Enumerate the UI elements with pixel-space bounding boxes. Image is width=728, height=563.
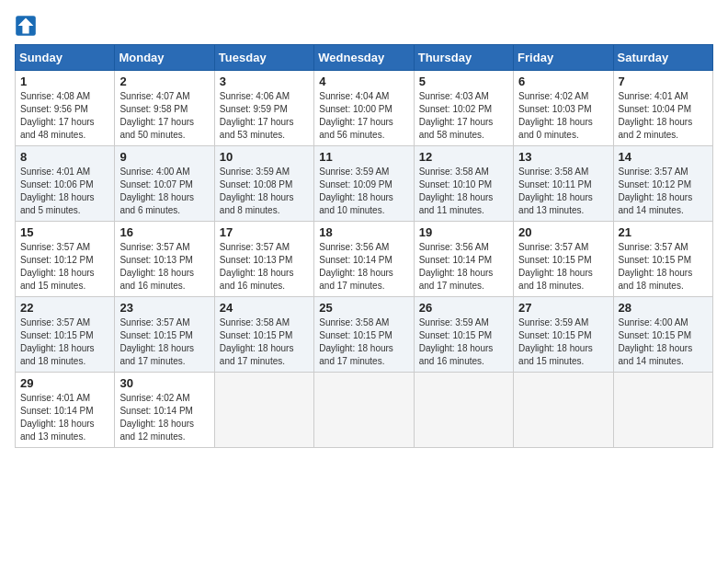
day-number: 28 <box>619 301 708 315</box>
day-number: 14 <box>619 150 708 164</box>
calendar-cell: 4 Sunrise: 4:04 AM Sunset: 10:00 PM Dayl… <box>314 71 414 146</box>
calendar-cell <box>414 373 513 448</box>
calendar-cell: 15 Sunrise: 3:57 AM Sunset: 10:12 PM Day… <box>16 222 115 297</box>
calendar-cell: 17 Sunrise: 3:57 AM Sunset: 10:13 PM Day… <box>214 222 313 297</box>
day-number: 22 <box>20 301 109 315</box>
calendar-table: SundayMondayTuesdayWednesdayThursdayFrid… <box>15 44 713 448</box>
day-number: 20 <box>518 225 608 239</box>
day-number: 12 <box>419 150 508 164</box>
daylight-label: Daylight: 18 hours and 8 minutes. <box>220 192 294 215</box>
daylight-label: Daylight: 18 hours and 14 minutes. <box>619 192 693 215</box>
calendar-week-row: 15 Sunrise: 3:57 AM Sunset: 10:12 PM Day… <box>16 222 713 297</box>
sunrise-label: Sunrise: 3:56 AM <box>319 242 389 252</box>
day-info: Sunrise: 3:57 AM Sunset: 10:15 PM Daylig… <box>518 241 608 293</box>
sunrise-label: Sunrise: 3:57 AM <box>119 317 189 327</box>
day-number: 8 <box>20 150 109 164</box>
calendar-cell: 24 Sunrise: 3:58 AM Sunset: 10:15 PM Day… <box>214 297 313 373</box>
calendar-cell: 10 Sunrise: 3:59 AM Sunset: 10:08 PM Day… <box>214 146 313 222</box>
day-info: Sunrise: 3:57 AM Sunset: 10:12 PM Daylig… <box>619 166 708 217</box>
daylight-label: Daylight: 18 hours and 17 minutes. <box>220 343 294 366</box>
day-number: 13 <box>518 150 608 164</box>
day-info: Sunrise: 4:03 AM Sunset: 10:02 PM Daylig… <box>419 90 508 142</box>
calendar-cell <box>514 373 613 448</box>
sunset-label: Sunset: 9:59 PM <box>220 104 288 114</box>
day-info: Sunrise: 3:57 AM Sunset: 10:15 PM Daylig… <box>619 241 708 293</box>
calendar-cell <box>613 373 712 448</box>
day-number: 15 <box>20 225 109 239</box>
calendar-header-thursday: Thursday <box>414 45 513 71</box>
sunrise-label: Sunrise: 3:57 AM <box>619 167 688 177</box>
daylight-label: Daylight: 18 hours and 16 minutes. <box>220 268 294 291</box>
calendar-header-monday: Monday <box>115 45 214 71</box>
sunset-label: Sunset: 10:04 PM <box>619 104 692 114</box>
sunrise-label: Sunrise: 3:58 AM <box>518 167 588 177</box>
calendar-cell <box>214 373 313 448</box>
sunset-label: Sunset: 10:03 PM <box>518 104 592 114</box>
daylight-label: Daylight: 18 hours and 13 minutes. <box>518 192 593 215</box>
day-info: Sunrise: 4:02 AM Sunset: 10:03 PM Daylig… <box>518 90 608 142</box>
sunset-label: Sunset: 10:07 PM <box>119 179 193 190</box>
calendar-cell: 6 Sunrise: 4:02 AM Sunset: 10:03 PM Dayl… <box>514 71 613 146</box>
daylight-label: Daylight: 18 hours and 12 minutes. <box>119 419 194 442</box>
sunset-label: Sunset: 10:14 PM <box>419 255 493 265</box>
sunrise-label: Sunrise: 4:02 AM <box>119 393 189 403</box>
logo <box>15 15 40 37</box>
daylight-label: Daylight: 18 hours and 2 minutes. <box>619 117 693 140</box>
calendar-cell: 14 Sunrise: 3:57 AM Sunset: 10:12 PM Day… <box>613 146 712 222</box>
day-number: 29 <box>20 376 109 390</box>
day-number: 3 <box>220 75 309 88</box>
sunrise-label: Sunrise: 4:03 AM <box>419 91 489 101</box>
day-info: Sunrise: 3:57 AM Sunset: 10:12 PM Daylig… <box>20 241 109 293</box>
daylight-label: Daylight: 18 hours and 16 minutes. <box>119 268 194 291</box>
calendar-cell: 28 Sunrise: 4:00 AM Sunset: 10:15 PM Day… <box>613 297 712 373</box>
sunset-label: Sunset: 10:15 PM <box>20 330 94 340</box>
day-info: Sunrise: 4:02 AM Sunset: 10:14 PM Daylig… <box>119 392 209 443</box>
daylight-label: Daylight: 18 hours and 14 minutes. <box>619 343 693 366</box>
calendar-week-row: 8 Sunrise: 4:01 AM Sunset: 10:06 PM Dayl… <box>16 146 713 222</box>
daylight-label: Daylight: 18 hours and 17 minutes. <box>419 268 494 291</box>
calendar-cell: 19 Sunrise: 3:56 AM Sunset: 10:14 PM Day… <box>414 222 513 297</box>
calendar-header-wednesday: Wednesday <box>314 45 414 71</box>
calendar-header-saturday: Saturday <box>613 45 712 71</box>
daylight-label: Daylight: 18 hours and 10 minutes. <box>319 192 393 215</box>
day-info: Sunrise: 4:00 AM Sunset: 10:15 PM Daylig… <box>619 316 708 368</box>
day-number: 21 <box>619 225 708 239</box>
day-info: Sunrise: 4:07 AM Sunset: 9:58 PM Dayligh… <box>119 90 209 142</box>
sunset-label: Sunset: 10:15 PM <box>119 330 193 340</box>
sunrise-label: Sunrise: 4:08 AM <box>20 91 90 101</box>
day-info: Sunrise: 3:59 AM Sunset: 10:09 PM Daylig… <box>319 166 408 217</box>
calendar-cell: 2 Sunrise: 4:07 AM Sunset: 9:58 PM Dayli… <box>115 71 214 146</box>
daylight-label: Daylight: 17 hours and 58 minutes. <box>419 117 494 140</box>
day-info: Sunrise: 3:57 AM Sunset: 10:15 PM Daylig… <box>119 316 209 368</box>
sunrise-label: Sunrise: 3:58 AM <box>319 317 389 327</box>
sunrise-label: Sunrise: 3:57 AM <box>20 317 90 327</box>
page-header <box>15 15 713 37</box>
daylight-label: Daylight: 18 hours and 13 minutes. <box>20 419 95 442</box>
sunrise-label: Sunrise: 3:56 AM <box>419 242 489 252</box>
logo-icon <box>15 15 37 37</box>
calendar-week-row: 1 Sunrise: 4:08 AM Sunset: 9:56 PM Dayli… <box>16 71 713 146</box>
sunset-label: Sunset: 10:13 PM <box>119 255 193 265</box>
calendar-cell: 27 Sunrise: 3:59 AM Sunset: 10:15 PM Day… <box>514 297 613 373</box>
day-number: 27 <box>518 301 608 315</box>
day-info: Sunrise: 4:01 AM Sunset: 10:14 PM Daylig… <box>20 392 109 443</box>
sunrise-label: Sunrise: 3:59 AM <box>220 167 290 177</box>
daylight-label: Daylight: 18 hours and 16 minutes. <box>419 343 494 366</box>
day-info: Sunrise: 4:01 AM Sunset: 10:06 PM Daylig… <box>20 166 109 217</box>
calendar-cell <box>314 373 414 448</box>
daylight-label: Daylight: 18 hours and 15 minutes. <box>20 268 95 291</box>
daylight-label: Daylight: 18 hours and 6 minutes. <box>119 192 194 215</box>
calendar-cell: 7 Sunrise: 4:01 AM Sunset: 10:04 PM Dayl… <box>613 71 712 146</box>
sunset-label: Sunset: 10:11 PM <box>518 179 592 190</box>
sunrise-label: Sunrise: 4:02 AM <box>518 91 588 101</box>
day-info: Sunrise: 3:56 AM Sunset: 10:14 PM Daylig… <box>319 241 408 293</box>
day-info: Sunrise: 3:58 AM Sunset: 10:10 PM Daylig… <box>419 166 508 217</box>
calendar-cell: 11 Sunrise: 3:59 AM Sunset: 10:09 PM Day… <box>314 146 414 222</box>
calendar-header-sunday: Sunday <box>16 45 115 71</box>
sunrise-label: Sunrise: 4:00 AM <box>119 167 189 177</box>
sunrise-label: Sunrise: 4:01 AM <box>619 91 688 101</box>
day-info: Sunrise: 3:57 AM Sunset: 10:13 PM Daylig… <box>119 241 209 293</box>
sunrise-label: Sunrise: 3:57 AM <box>619 242 688 252</box>
day-info: Sunrise: 3:59 AM Sunset: 10:15 PM Daylig… <box>518 316 608 368</box>
sunrise-label: Sunrise: 3:58 AM <box>220 317 290 327</box>
